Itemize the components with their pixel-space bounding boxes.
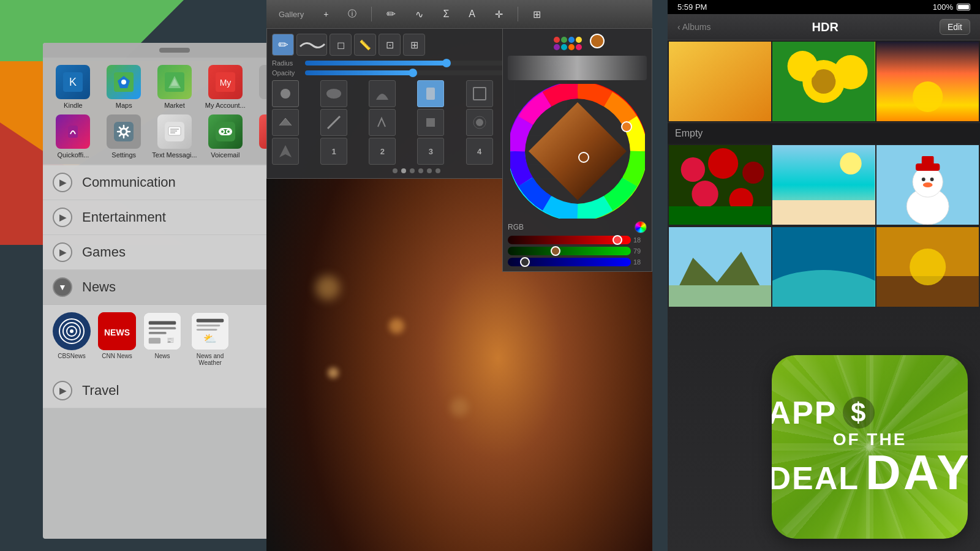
photo-sunset[interactable] [876, 42, 979, 121]
app-deal-badge[interactable]: APP $ OF THE DEAL DAY [772, 355, 968, 539]
dot-5[interactable] [427, 168, 432, 173]
add-button[interactable]: + [318, 7, 333, 21]
scroll-indicator [159, 48, 190, 53]
current-color-dot[interactable] [590, 34, 605, 48]
app-cbsnews[interactable]: CBSNews [53, 312, 91, 366]
deal-line-app: APP $ [772, 397, 968, 429]
text-tool-button[interactable]: A [464, 6, 480, 22]
photo-beach[interactable] [772, 145, 875, 225]
eraser-tool[interactable]: ◻ [330, 34, 352, 56]
ios-album-title: HDR [812, 20, 839, 34]
brush-15[interactable]: 2 [369, 138, 396, 165]
dot-2[interactable] [401, 168, 406, 173]
ios-status-bar: 5:59 PM 100% [668, 0, 980, 14]
photo-snowman[interactable] [876, 145, 979, 225]
text-icon [157, 114, 192, 149]
svg-point-44 [326, 89, 341, 99]
quickoffice-icon [56, 114, 90, 149]
svg-point-83 [913, 167, 943, 197]
brush-7[interactable] [272, 109, 299, 136]
text-label: Text Messagi... [152, 151, 197, 159]
photo-red-flowers[interactable] [669, 145, 771, 225]
move-tool-button[interactable]: ✛ [490, 6, 508, 23]
bokeh-4 [450, 398, 469, 416]
dot-4[interactable] [418, 168, 423, 173]
photo-yellow[interactable] [669, 42, 771, 121]
travel-expand-icon: ▶ [53, 381, 72, 400]
brush-2[interactable] [320, 80, 347, 107]
svg-point-70 [913, 81, 943, 112]
app-news[interactable]: 📰 News [143, 312, 181, 366]
brush-14[interactable]: 1 [320, 138, 347, 165]
rgb-sliders: 18 79 18 [508, 236, 647, 266]
photo-sunflowers[interactable] [772, 42, 875, 121]
info-button[interactable]: ⓘ [343, 6, 361, 22]
photo-warm-3[interactable] [876, 227, 979, 307]
brush-3[interactable] [369, 80, 396, 107]
svg-rect-19 [216, 122, 235, 141]
r-slider-track[interactable] [508, 236, 631, 244]
app-market[interactable]: Market [152, 65, 198, 110]
b-slider-track[interactable] [508, 258, 631, 266]
brush-8[interactable] [320, 109, 347, 136]
r-slider-thumb[interactable] [612, 235, 622, 245]
news-label: News [82, 279, 116, 295]
app-cnnnews[interactable]: NEWS CNN News [98, 312, 136, 366]
brush-16[interactable]: 3 [417, 138, 444, 165]
svg-point-56 [561, 44, 567, 50]
svg-rect-34 [149, 328, 176, 330]
svg-rect-39 [197, 319, 224, 323]
app-quickoffice[interactable]: Quickoffi... [50, 114, 96, 159]
photo-landscape-3[interactable] [669, 227, 771, 307]
app-myaccount[interactable]: My My Account... [202, 65, 248, 110]
svg-point-96 [910, 249, 946, 285]
brush-13[interactable] [272, 138, 299, 165]
radius-slider-thumb[interactable] [442, 59, 451, 67]
svg-rect-46 [473, 88, 486, 100]
ios-edit-button[interactable]: Edit [940, 19, 970, 35]
brush-17[interactable]: 4 [466, 138, 493, 165]
app-newsweather[interactable]: ⛅ News and Weather [189, 312, 232, 366]
app-kindle[interactable]: K Kindle [50, 65, 96, 110]
pencil-tool[interactable]: ✏ [272, 34, 294, 56]
layers-button[interactable]: ⊞ [528, 6, 546, 23]
photo-ocean-3[interactable] [772, 227, 875, 307]
g-slider-track[interactable] [508, 247, 631, 255]
b-slider-thumb[interactable] [520, 257, 530, 267]
svg-text:My: My [219, 78, 231, 88]
app-text-message[interactable]: Text Messagi... [152, 114, 198, 159]
grid-tool[interactable]: ⊞ [403, 34, 425, 56]
brush-5[interactable] [466, 80, 493, 107]
ios-back-button[interactable]: ‹ Albums [677, 22, 710, 32]
svg-point-49 [476, 119, 483, 126]
dot-1[interactable] [393, 168, 398, 173]
crop-tool[interactable]: ⊡ [379, 34, 401, 56]
brush-4-selected[interactable] [417, 80, 444, 107]
curve-tool-button[interactable]: ∿ [410, 6, 428, 23]
brush-10[interactable] [417, 109, 444, 136]
g-slider-thumb[interactable] [551, 246, 560, 256]
svg-rect-41 [197, 329, 217, 331]
dot-6[interactable] [435, 168, 440, 173]
app-settings[interactable]: Settings [101, 114, 147, 159]
app-voicemail[interactable]: Voicemail [202, 114, 248, 159]
brush-tool-button[interactable]: ✏ [382, 5, 401, 23]
r-value: 18 [633, 236, 647, 244]
color-mode-icon[interactable] [635, 221, 647, 233]
app-maps[interactable]: Maps [101, 65, 147, 110]
empty-row: Empty [668, 122, 980, 144]
brush-11[interactable] [466, 109, 493, 136]
cbsnews-label: CBSNews [58, 353, 86, 359]
shape-tool-button[interactable]: Σ [438, 6, 454, 22]
gallery-button[interactable]: Gallery [274, 7, 309, 21]
rgb-section-header: RGB [508, 221, 647, 233]
battery-fill [958, 5, 969, 9]
dot-3[interactable] [410, 168, 415, 173]
svg-rect-32 [144, 313, 181, 350]
brush-9[interactable] [369, 109, 396, 136]
brush-1[interactable] [272, 80, 299, 107]
svg-rect-33 [149, 321, 176, 325]
ruler-tool[interactable]: 📏 [354, 34, 376, 56]
opacity-slider-thumb[interactable] [409, 69, 417, 77]
games-expand-icon: ▶ [53, 242, 72, 262]
